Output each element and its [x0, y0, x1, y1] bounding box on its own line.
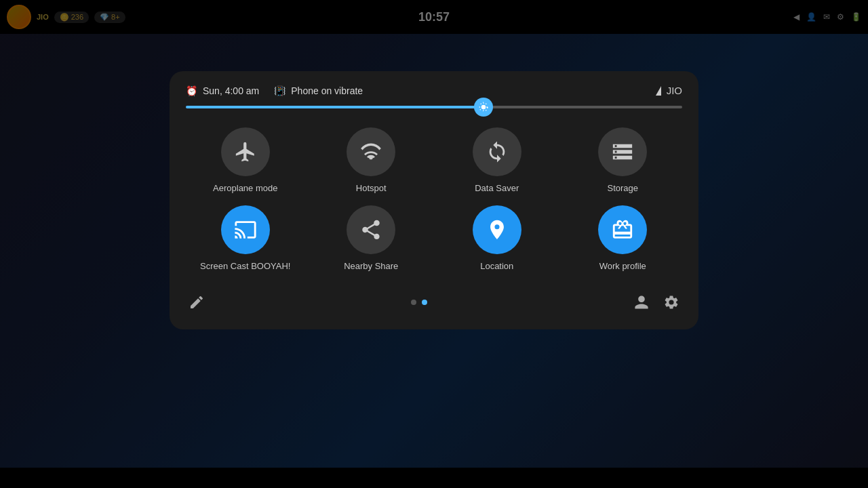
workprofile-icon — [611, 218, 634, 241]
storage-icon — [611, 140, 634, 163]
nearbyshare-icon-circle — [347, 205, 395, 254]
qs-tile-grid: Aeroplane mode Hotspot Data Saver — [186, 127, 682, 272]
hotspot-icon — [359, 140, 382, 163]
tile-nearbyshare[interactable]: Nearby Share — [312, 205, 431, 272]
brightness-slider[interactable] — [186, 106, 682, 108]
alarm-icon: ⏰ — [186, 85, 197, 96]
edit-button[interactable] — [186, 291, 208, 313]
page-dots — [411, 300, 427, 305]
screencast-icon-circle — [221, 205, 270, 254]
hotspot-label: Hotspot — [356, 183, 387, 195]
nearbyshare-icon — [359, 218, 382, 241]
tile-storage[interactable]: Storage — [564, 127, 683, 195]
settings-button[interactable] — [660, 291, 682, 313]
aeroplane-icon-circle — [221, 127, 270, 176]
tile-screencast[interactable]: Screen Cast BOOYAH! — [186, 205, 305, 272]
screencast-label: Screen Cast BOOYAH! — [200, 261, 290, 272]
quick-settings-panel: ⏰ Sun, 4:00 am 📳 Phone on vibrate JIO — [170, 71, 698, 329]
tile-workprofile[interactable]: Work profile — [564, 205, 683, 272]
nearbyshare-label: Nearby Share — [344, 261, 398, 272]
datasaver-label: Data Saver — [475, 183, 519, 195]
tile-location[interactable]: Location — [437, 205, 557, 272]
dot-2 — [422, 300, 427, 305]
brightness-row — [186, 106, 682, 108]
storage-label: Storage — [607, 183, 638, 195]
aeroplane-icon — [234, 140, 257, 163]
tile-datasaver[interactable]: Data Saver — [437, 127, 557, 195]
hotspot-icon-circle — [347, 127, 395, 176]
workprofile-label: Work profile — [599, 261, 646, 272]
workprofile-icon-circle — [598, 205, 647, 254]
signal-icon — [656, 86, 661, 96]
brightness-thumb[interactable] — [474, 98, 493, 117]
qs-header: ⏰ Sun, 4:00 am 📳 Phone on vibrate JIO — [186, 85, 682, 96]
location-icon — [486, 218, 509, 241]
storage-icon-circle — [598, 127, 647, 176]
settings-gear-icon — [663, 294, 679, 310]
vibrate-icon: 📳 — [274, 85, 285, 96]
screencast-icon — [234, 218, 257, 241]
user-icon — [633, 294, 650, 310]
aeroplane-label: Aeroplane mode — [213, 183, 277, 195]
carrier-name: JIO — [667, 85, 682, 96]
datasaver-icon-circle — [473, 127, 521, 176]
vibrate-text: Phone on vibrate — [291, 85, 363, 96]
pencil-icon — [189, 294, 205, 310]
alarm-time: Sun, 4:00 am — [203, 85, 259, 96]
tile-hotspot[interactable]: Hotspot — [312, 127, 431, 195]
datasaver-icon — [486, 140, 509, 163]
qs-carrier-info: JIO — [656, 85, 682, 96]
location-icon-circle — [473, 205, 521, 254]
qs-bottom-bar — [186, 286, 682, 313]
user-icon-button[interactable] — [631, 291, 652, 313]
qs-bottom-actions — [631, 291, 682, 313]
brightness-icon — [478, 102, 489, 113]
dot-1 — [411, 300, 416, 305]
tile-aeroplane[interactable]: Aeroplane mode — [186, 127, 305, 195]
location-label: Location — [480, 261, 513, 272]
qs-alarm-info: ⏰ Sun, 4:00 am 📳 Phone on vibrate — [186, 85, 363, 96]
